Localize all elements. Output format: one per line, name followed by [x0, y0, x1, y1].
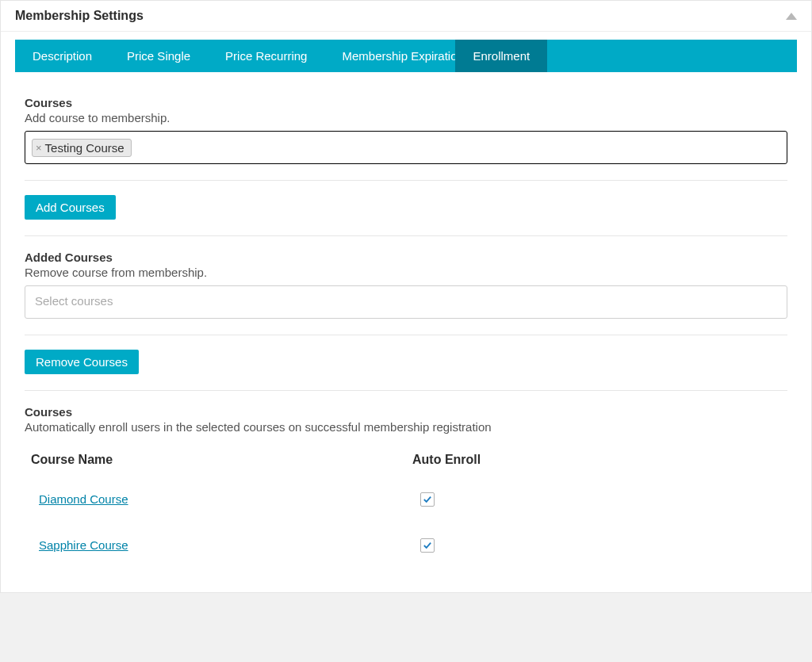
check-icon — [423, 496, 432, 503]
auto-enroll-table: Course Name Auto Enroll Diamond Course S… — [25, 443, 787, 568]
add-courses-button[interactable]: Add Courses — [25, 195, 116, 220]
tab-spacer — [547, 40, 797, 72]
membership-settings-panel: Membership Settings Description Price Si… — [0, 0, 812, 593]
auto-enroll-heading: Courses — [25, 405, 787, 419]
select-placeholder: Select courses — [35, 294, 113, 308]
added-courses-heading: Added Courses — [25, 251, 787, 264]
td-auto-enroll — [406, 522, 787, 568]
td-course-name: Diamond Course — [25, 476, 406, 522]
tab-content: Courses Add course to membership. × Test… — [1, 72, 811, 592]
added-courses-subtext: Remove course from membership. — [25, 266, 787, 279]
tab-membership-expiration[interactable]: Membership Expiration — [324, 40, 455, 72]
courses-tag-input[interactable]: × Testing Course — [25, 131, 787, 164]
panel-header: Membership Settings — [1, 1, 811, 32]
auto-enroll-checkbox[interactable] — [420, 492, 435, 507]
th-auto-enroll: Auto Enroll — [406, 443, 787, 476]
panel-title: Membership Settings — [15, 9, 144, 23]
check-icon — [423, 541, 432, 549]
divider — [25, 335, 787, 335]
collapse-toggle-icon[interactable] — [786, 13, 797, 20]
tab-price-single[interactable]: Price Single — [109, 40, 208, 72]
table-row: Sapphire Course — [25, 522, 787, 568]
tab-description[interactable]: Description — [15, 40, 109, 72]
course-link-sapphire[interactable]: Sapphire Course — [31, 538, 128, 552]
divider — [25, 180, 787, 181]
remove-tag-icon[interactable]: × — [36, 143, 42, 153]
remove-courses-button[interactable]: Remove Courses — [25, 350, 139, 374]
tab-enrollment[interactable]: Enrollment — [455, 40, 547, 72]
td-course-name: Sapphire Course — [25, 522, 406, 568]
table-row: Diamond Course — [25, 476, 787, 522]
tabs-container: Description Price Single Price Recurring… — [1, 32, 811, 72]
tab-price-recurring[interactable]: Price Recurring — [208, 40, 324, 72]
td-auto-enroll — [406, 476, 787, 522]
auto-enroll-subtext: Automatically enroll users in the select… — [25, 420, 787, 434]
courses-heading: Courses — [25, 96, 787, 109]
divider — [25, 235, 787, 236]
course-tag: × Testing Course — [32, 139, 132, 157]
courses-subtext: Add course to membership. — [25, 111, 787, 124]
course-tag-label: Testing Course — [45, 141, 124, 155]
added-courses-select[interactable]: Select courses — [25, 285, 787, 319]
table-header-row: Course Name Auto Enroll — [25, 443, 787, 476]
course-link-diamond[interactable]: Diamond Course — [31, 492, 128, 506]
auto-enroll-checkbox[interactable] — [420, 538, 435, 553]
divider — [25, 390, 787, 391]
th-course-name: Course Name — [25, 443, 406, 476]
tabs: Description Price Single Price Recurring… — [15, 40, 797, 72]
